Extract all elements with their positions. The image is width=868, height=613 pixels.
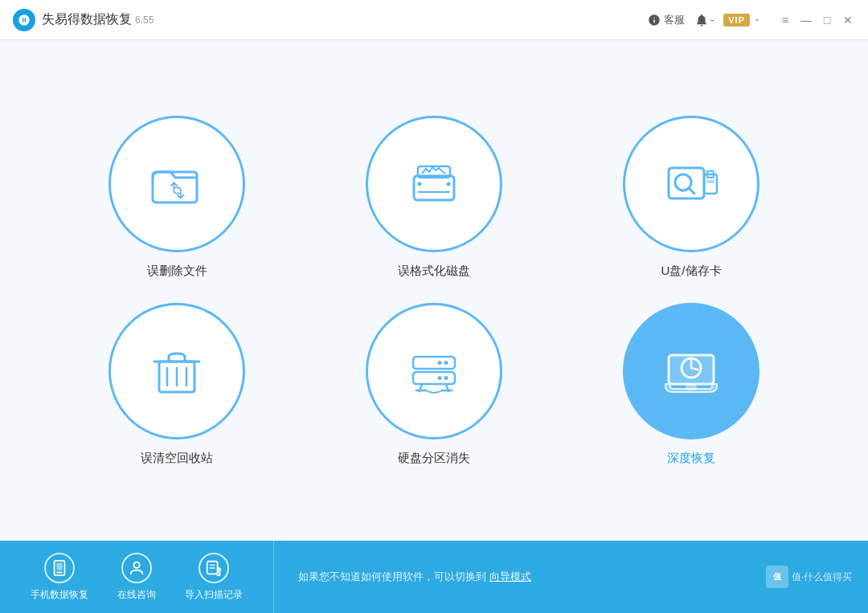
- usb-card-label: U盘/储存卡: [661, 264, 722, 279]
- svg-rect-1: [414, 176, 454, 200]
- phone-recover-label: 手机数据恢复: [31, 588, 88, 602]
- bottom-right-area: 值 值·什么值得买: [766, 566, 868, 588]
- online-consult-button[interactable]: 在线咨询: [103, 553, 170, 602]
- main-content: 误删除文件 误格式化磁盘: [0, 40, 868, 541]
- svg-point-19: [444, 361, 448, 365]
- svg-point-3: [418, 182, 422, 186]
- option-partition-lost[interactable]: 硬盘分区消失: [338, 303, 530, 466]
- watermark: 值 值·什么值得买: [766, 566, 852, 588]
- app-title: 失易得数据恢复: [42, 11, 132, 28]
- vip-button[interactable]: VIP: [723, 14, 762, 27]
- bottom-hint-area: 如果您不知道如何使用软件，可以切换到 向导模式: [274, 570, 766, 584]
- format-disk-icon-circle: [366, 116, 502, 252]
- online-consult-icon: [121, 553, 152, 583]
- svg-rect-17: [413, 357, 455, 369]
- customer-service-label: 客服: [664, 13, 685, 27]
- option-usb-card[interactable]: U盘/储存卡: [595, 116, 788, 279]
- import-scan-button[interactable]: 导入扫描记录: [170, 553, 257, 602]
- svg-point-20: [438, 361, 442, 365]
- svg-rect-18: [413, 372, 455, 384]
- window-controls: ≡ — □ ✕: [778, 13, 855, 27]
- empty-recycle-icon-circle: [108, 303, 245, 439]
- phone-recover-button[interactable]: 手机数据恢复: [16, 553, 103, 602]
- import-scan-label: 导入扫描记录: [185, 588, 243, 602]
- partition-lost-label: 硬盘分区消失: [398, 451, 470, 466]
- svg-rect-34: [56, 562, 62, 570]
- customer-service-button[interactable]: 客服: [648, 13, 685, 27]
- vip-badge: VIP: [723, 14, 750, 27]
- hint-text: 如果您不知道如何使用软件，可以切换到: [298, 570, 486, 584]
- online-consult-label: 在线咨询: [117, 588, 156, 602]
- phone-recover-icon: [44, 553, 75, 583]
- svg-point-35: [133, 562, 139, 567]
- option-empty-recycle[interactable]: 误清空回收站: [80, 303, 273, 466]
- usb-card-icon-circle: [623, 116, 760, 252]
- bell-dash: -: [710, 14, 714, 26]
- deep-recover-icon-circle: [623, 303, 760, 439]
- option-deep-recover[interactable]: 深度恢复: [595, 303, 788, 466]
- maximize-button[interactable]: □: [820, 13, 834, 27]
- watermark-logo: 值: [766, 566, 788, 588]
- bottom-bar: 手机数据恢复 在线咨询 导入扫: [0, 541, 868, 613]
- recovery-options-grid: 误删除文件 误格式化磁盘: [80, 116, 788, 466]
- notification-bell[interactable]: -: [694, 13, 714, 27]
- import-scan-icon: [199, 553, 229, 583]
- close-button[interactable]: ✕: [841, 13, 855, 27]
- deleted-file-label: 误删除文件: [147, 264, 207, 279]
- watermark-text: 值·什么值得买: [792, 570, 852, 584]
- app-logo: [13, 9, 35, 31]
- deleted-file-icon-circle: [108, 116, 245, 252]
- svg-rect-11: [706, 180, 714, 183]
- deep-recover-label: 深度恢复: [667, 451, 715, 466]
- partition-lost-icon-circle: [366, 303, 502, 439]
- svg-point-4: [447, 182, 451, 186]
- option-deleted-file[interactable]: 误删除文件: [80, 116, 273, 279]
- format-disk-label: 误格式化磁盘: [398, 264, 470, 279]
- title-right-area: 客服 - VIP ≡ — □ ✕: [648, 13, 855, 27]
- svg-point-22: [438, 376, 442, 380]
- empty-recycle-label: 误清空回收站: [141, 451, 213, 466]
- app-version: 6.55: [135, 14, 154, 26]
- svg-point-21: [444, 376, 448, 380]
- svg-rect-31: [686, 385, 696, 390]
- option-format-disk[interactable]: 误格式化磁盘: [338, 116, 530, 279]
- hint-link[interactable]: 向导模式: [489, 570, 531, 584]
- bottom-left-area: 手机数据恢复 在线咨询 导入扫: [0, 541, 274, 613]
- menu-button[interactable]: ≡: [778, 13, 792, 27]
- svg-line-8: [689, 188, 694, 194]
- minimize-button[interactable]: —: [799, 13, 813, 27]
- title-bar: 失易得数据恢复 6.55 客服 - VIP ≡ — □ ✕: [0, 0, 868, 40]
